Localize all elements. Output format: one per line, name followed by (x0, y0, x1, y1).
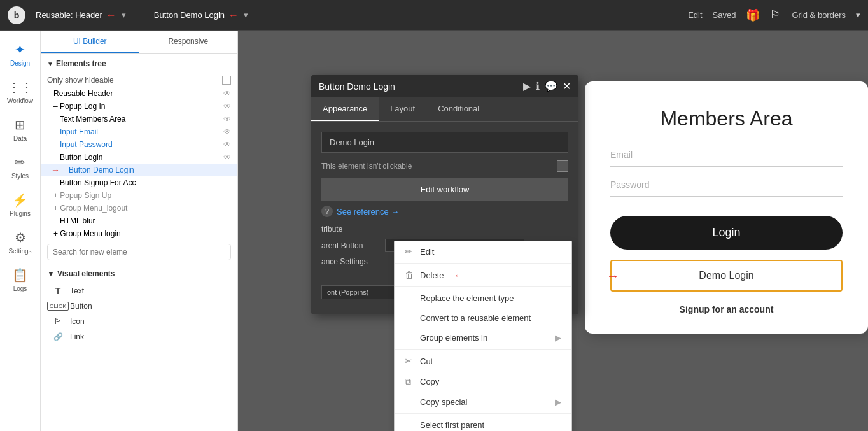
app-logo[interactable]: b (8, 6, 25, 24)
main-content: Button Demo Login ▶ ℹ 💬 ✕ Appearance Lay… (238, 31, 868, 431)
only-show-checkbox[interactable] (222, 76, 231, 85)
eye-icon-popup[interactable]: 👁 (223, 102, 231, 111)
ctx-item-cut[interactable]: ✂ Cut (395, 351, 571, 371)
login-button[interactable]: Login (610, 216, 843, 250)
sidebar-item-workflow[interactable]: ⋮⋮ Workflow (0, 73, 40, 111)
dlp-tab-layout[interactable]: Layout (379, 97, 426, 121)
tree-item-popup-signup[interactable]: + Popup Sign Up (41, 189, 237, 202)
red-arrow-tree: → (51, 165, 60, 175)
ve-item-text[interactable]: T Text (41, 283, 237, 299)
edit-ctx-icon: ✏ (405, 246, 415, 257)
grid-borders-label[interactable]: Grid & borders (792, 10, 846, 20)
tree-item-input-password[interactable]: Input Password 👁 (41, 138, 237, 151)
ctx-item-group[interactable]: Group elements in ▶ (395, 328, 571, 348)
tree-item-button-signup[interactable]: Button Signup For Acc (41, 176, 237, 189)
ctx-divider-2 (395, 286, 571, 287)
text-ve-icon: T (51, 286, 65, 296)
ve-item-link[interactable]: 🔗 Link (41, 329, 237, 344)
tree-item-button-login[interactable]: Button Login 👁 (41, 151, 237, 164)
copy-ctx-icon: ⧉ (405, 376, 415, 387)
members-area-panel: Members Area Email Password Login → Demo… (585, 81, 868, 334)
settings-icon: ⚙ (15, 230, 26, 245)
dlp-edit-workflow-button[interactable]: Edit workflow (321, 178, 568, 201)
ve-item-button[interactable]: CLICK Button (41, 299, 237, 314)
demo-login-btn-wrapper: → Demo Login (610, 260, 843, 292)
eye-icon-input-password[interactable]: 👁 (223, 140, 231, 149)
ve-item-icon[interactable]: 🏳 Icon (41, 314, 237, 329)
tree-item-text-members[interactable]: Text Members Area 👁 (41, 113, 237, 125)
dlp-not-clickable-row: This element isn't clickable (321, 160, 568, 172)
plugins-icon: ⚡ (12, 192, 28, 208)
tree-item-html-blur[interactable]: HTML blur (41, 215, 237, 227)
delete-ctx-icon: 🗑 (405, 270, 415, 280)
tree-item-popup-login[interactable]: – Popup Log In 👁 (41, 100, 237, 113)
dlp-header-icons: ▶ ℹ 💬 ✕ (523, 80, 571, 92)
tree-item-group-menu-login[interactable]: + Group Menu login (41, 227, 237, 240)
dlp-see-reference[interactable]: ? See reference → (321, 206, 568, 217)
demo-login-button[interactable]: → Demo Login (610, 260, 843, 292)
close-icon[interactable]: ✕ (563, 80, 571, 92)
sidebar-item-plugins[interactable]: ⚡ Plugins (0, 186, 40, 223)
ctx-item-edit[interactable]: ✏ Edit (395, 241, 571, 262)
left-panel: UI Builder Responsive ▼ Elements tree On… (41, 31, 238, 431)
dlp-attribute-row: tribute (321, 225, 568, 234)
password-field-group: Password (610, 180, 843, 197)
context-menu: ✏ Edit 🗑 Delete ← Replace the element ty… (394, 241, 572, 431)
tree-item-button-demo-login[interactable]: → Button Demo Login (41, 164, 237, 176)
tab-responsive[interactable]: Responsive (139, 31, 238, 53)
main-layout: ✦ Design ⋮⋮ Workflow ⊞ Data ✏ Styles ⚡ P… (0, 31, 868, 431)
ctx-item-copy[interactable]: ⧉ Copy (395, 371, 571, 392)
gift-icon[interactable]: 🎁 (746, 8, 760, 22)
tab-ui-builder[interactable]: UI Builder (41, 31, 139, 53)
sidebar-item-settings[interactable]: ⚙ Settings (0, 223, 40, 261)
ve-triangle-icon: ▼ (47, 269, 55, 278)
eye-icon-button-login[interactable]: 👁 (223, 153, 231, 162)
page-dropdown[interactable]: Button Demo Login ← ▾ (149, 7, 253, 24)
sidebar-item-logs[interactable]: 📋 Logs (0, 261, 40, 299)
reusable-header-dropdown[interactable]: Reusable: Header ← ▾ (31, 7, 131, 24)
eye-icon-input-email[interactable]: 👁 (223, 127, 231, 136)
workflow-icon: ⋮⋮ (8, 80, 33, 95)
sidebar-item-data[interactable]: ⊞ Data (0, 111, 40, 148)
left-panel-tabs: UI Builder Responsive (41, 31, 237, 54)
signup-link[interactable]: Signup for an account (610, 304, 843, 314)
info-icon[interactable]: ℹ (536, 80, 540, 92)
question-mark-icon: ? (321, 206, 333, 217)
link-ve-icon: 🔗 (51, 332, 65, 342)
red-arrow-demo-icon: → (606, 269, 619, 283)
delete-red-arrow-icon: ← (454, 271, 463, 280)
eye-icon-text-members[interactable]: 👁 (223, 115, 231, 124)
comment-icon[interactable]: 💬 (545, 80, 557, 92)
design-icon: ✦ (15, 42, 25, 57)
play-icon[interactable]: ▶ (523, 80, 531, 92)
email-field-group: Email (610, 150, 843, 167)
dlp-tab-conditional[interactable]: Conditional (426, 97, 491, 121)
ctx-item-convert[interactable]: Convert to a reusable element (395, 308, 571, 328)
tree-item-reusable-header[interactable]: Reusable Header 👁 (41, 87, 237, 100)
logs-icon: 📋 (12, 267, 28, 283)
edit-button[interactable]: Edit (688, 10, 702, 20)
top-bar: b Reusable: Header ← ▾ Button Demo Login… (0, 0, 868, 31)
sidebar-item-design[interactable]: ✦ Design (0, 36, 40, 73)
sidebar-item-styles[interactable]: ✏ Styles (0, 148, 40, 186)
search-elements-input[interactable] (47, 244, 231, 260)
eye-icon-reusable[interactable]: 👁 (223, 89, 231, 98)
tree-item-input-email[interactable]: Input Email 👁 (41, 125, 237, 138)
ctx-item-delete[interactable]: 🗑 Delete ← (395, 265, 571, 285)
members-area-title: Members Area (610, 107, 843, 131)
flag-icon[interactable]: 🏳 (770, 8, 781, 22)
tree-item-group-menu-logout[interactable]: + Group Menu_logout (41, 202, 237, 215)
ctx-item-select-parent[interactable]: Select first parent (395, 415, 571, 431)
dlp-tab-appearance[interactable]: Appearance (311, 97, 379, 121)
ctx-item-copy-special[interactable]: Copy special ▶ (395, 392, 571, 412)
dlp-header: Button Demo Login ▶ ℹ 💬 ✕ (311, 75, 578, 97)
group-submenu-arrow-icon: ▶ (555, 333, 561, 343)
saved-label: Saved (713, 10, 736, 20)
ctx-divider-4 (395, 413, 571, 414)
dlp-not-clickable-checkbox[interactable] (557, 160, 568, 172)
icon-ve-icon: 🏳 (51, 316, 65, 327)
ctx-item-replace[interactable]: Replace the element type (395, 288, 571, 308)
top-bar-right: Edit Saved 🎁 🏳 Grid & borders ▾ (688, 8, 860, 22)
styles-icon: ✏ (15, 155, 25, 170)
dlp-field-value[interactable] (321, 132, 568, 153)
